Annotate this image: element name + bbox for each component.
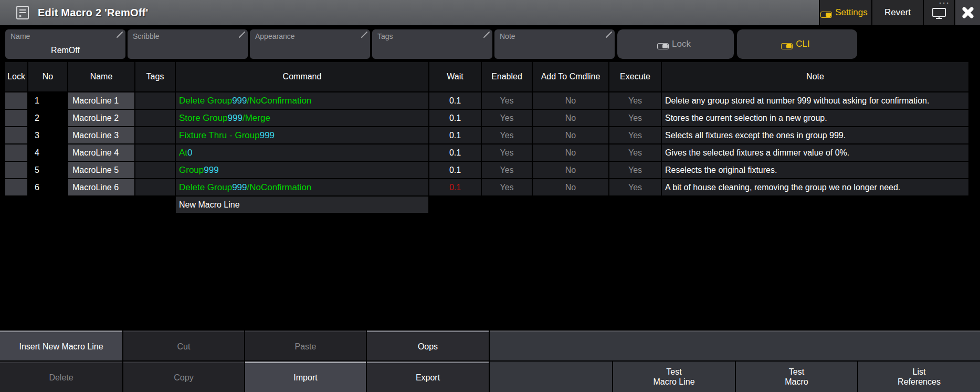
cell-note[interactable]: A bit of house cleaning, removing the gr… bbox=[662, 179, 968, 195]
cell-lock[interactable] bbox=[5, 127, 27, 143]
screen-select-button[interactable]: ··· bbox=[923, 0, 954, 25]
cell-add-to-cmdline[interactable]: No bbox=[533, 110, 608, 126]
edit-pencil-icon bbox=[483, 32, 490, 38]
cell-name[interactable]: MacroLine 2 bbox=[68, 110, 134, 126]
cell-add-to-cmdline[interactable]: No bbox=[533, 162, 608, 178]
cell-enabled[interactable]: Yes bbox=[482, 92, 532, 109]
cell-note[interactable]: Delete any group stored at number 999 wi… bbox=[662, 92, 968, 109]
cell-no[interactable]: 2 bbox=[28, 110, 67, 126]
delete-button[interactable]: Delete bbox=[0, 362, 122, 392]
test-macro-line-button[interactable]: TestMacro Line bbox=[613, 362, 735, 392]
edit-pencil-icon bbox=[238, 32, 245, 38]
cell-name[interactable]: MacroLine 5 bbox=[68, 162, 134, 178]
cell-wait[interactable]: 0.1 bbox=[429, 162, 481, 178]
cell-command[interactable]: Store Group 999 /Merge bbox=[176, 110, 428, 126]
cell-note[interactable]: Stores the current selection in a new gr… bbox=[662, 110, 968, 126]
cell-note[interactable]: Reselects the original fixtures. bbox=[662, 162, 968, 178]
copy-button[interactable]: Copy bbox=[123, 362, 244, 392]
field-label: Name bbox=[10, 32, 30, 40]
cell-command[interactable]: Group 999 bbox=[176, 162, 428, 178]
field-note[interactable]: Note bbox=[494, 29, 615, 59]
macro-line-table: LockNoNameTagsCommandWaitEnabledAdd To C… bbox=[5, 62, 959, 214]
column-header-no[interactable]: No bbox=[28, 62, 67, 91]
column-header-name[interactable]: Name bbox=[68, 62, 134, 91]
cell-tags[interactable] bbox=[135, 127, 175, 143]
cell-command[interactable]: At 0 bbox=[176, 145, 428, 161]
cell-add-to-cmdline[interactable]: No bbox=[533, 127, 608, 143]
cell-no[interactable]: 3 bbox=[28, 127, 67, 143]
cell-wait[interactable]: 0.1 bbox=[429, 145, 481, 161]
paste-button[interactable]: Paste bbox=[245, 331, 366, 360]
cell-name[interactable]: MacroLine 1 bbox=[68, 92, 134, 109]
cell-note[interactable]: Gives the selected fixtures a dimmer val… bbox=[662, 145, 968, 161]
cell-execute[interactable]: Yes bbox=[609, 110, 661, 126]
insert-new-macro-line-button[interactable]: Insert New Macro Line bbox=[0, 331, 122, 360]
cell-wait[interactable]: 0.1 bbox=[429, 92, 481, 109]
test-macro-button[interactable]: TestMacro bbox=[736, 362, 857, 392]
column-header-command[interactable]: Command bbox=[176, 62, 428, 91]
cell-add-to-cmdline[interactable]: No bbox=[533, 179, 608, 195]
cell-command[interactable]: Fixture Thru - Group 999 bbox=[176, 127, 428, 143]
lock-toggle-button[interactable]: Lock bbox=[617, 29, 734, 59]
cell-wait[interactable]: 0.1 bbox=[429, 110, 481, 126]
cell-command[interactable]: Delete Group 999 /NoConfirmation bbox=[176, 92, 428, 109]
column-header-add-to-cmdline[interactable]: Add To Cmdline bbox=[533, 62, 608, 91]
titlebar-buttons: Settings Revert ··· bbox=[819, 0, 980, 25]
new-macro-line-cell[interactable]: New Macro Line bbox=[176, 197, 428, 213]
cell-enabled[interactable]: Yes bbox=[482, 179, 532, 195]
cell-wait[interactable]: 0.1 bbox=[429, 127, 481, 143]
cell-execute[interactable]: Yes bbox=[609, 145, 661, 161]
cell-enabled[interactable]: Yes bbox=[482, 162, 532, 178]
cell-execute[interactable]: Yes bbox=[609, 127, 661, 143]
cell-enabled[interactable]: Yes bbox=[482, 110, 532, 126]
cell-lock[interactable] bbox=[5, 162, 27, 178]
oops-button[interactable]: Oops bbox=[367, 331, 489, 360]
column-header-note[interactable]: Note bbox=[662, 62, 968, 91]
cell-note[interactable]: Selects all fixtures except the ones in … bbox=[662, 127, 968, 143]
cell-no[interactable]: 6 bbox=[28, 179, 67, 195]
cell-tags[interactable] bbox=[135, 145, 175, 161]
table-row: 1MacroLine 1Delete Group 999 /NoConfirma… bbox=[5, 92, 959, 109]
cell-add-to-cmdline[interactable]: No bbox=[533, 92, 608, 109]
cell-lock[interactable] bbox=[5, 110, 27, 126]
list-references-button[interactable]: ListReferences bbox=[858, 362, 980, 392]
cell-execute[interactable]: Yes bbox=[609, 179, 661, 195]
cell-no[interactable]: 4 bbox=[28, 145, 67, 161]
import-button[interactable]: Import bbox=[245, 362, 366, 392]
cell-wait[interactable]: 0.1 bbox=[429, 179, 481, 195]
cell-tags[interactable] bbox=[135, 110, 175, 126]
cell-tags[interactable] bbox=[135, 179, 175, 195]
revert-button[interactable]: Revert bbox=[871, 0, 923, 25]
cell-lock[interactable] bbox=[5, 145, 27, 161]
cell-add-to-cmdline[interactable]: No bbox=[533, 145, 608, 161]
cell-enabled[interactable]: Yes bbox=[482, 145, 532, 161]
cell-name[interactable]: MacroLine 3 bbox=[68, 127, 134, 143]
cut-button[interactable]: Cut bbox=[123, 331, 244, 360]
cell-enabled[interactable]: Yes bbox=[482, 127, 532, 143]
cell-tags[interactable] bbox=[135, 162, 175, 178]
field-appearance[interactable]: Appearance bbox=[250, 29, 370, 59]
cell-tags[interactable] bbox=[135, 92, 175, 109]
cell-name[interactable]: MacroLine 4 bbox=[68, 145, 134, 161]
cell-command[interactable]: Delete Group 999 /NoConfirmation bbox=[176, 179, 428, 195]
column-header-execute[interactable]: Execute bbox=[609, 62, 661, 91]
column-header-wait[interactable]: Wait bbox=[429, 62, 481, 91]
column-header-lock[interactable]: Lock bbox=[5, 62, 27, 91]
cell-no[interactable]: 1 bbox=[28, 92, 67, 109]
settings-button[interactable]: Settings bbox=[819, 0, 871, 25]
cell-lock[interactable] bbox=[5, 92, 27, 109]
cell-execute[interactable]: Yes bbox=[609, 162, 661, 178]
column-header-tags[interactable]: Tags bbox=[135, 62, 175, 91]
field-tags[interactable]: Tags bbox=[372, 29, 492, 59]
cell-execute[interactable]: Yes bbox=[609, 92, 661, 109]
cli-toggle-button[interactable]: CLI bbox=[737, 29, 857, 59]
export-button[interactable]: Export bbox=[367, 362, 489, 392]
close-button[interactable] bbox=[954, 0, 980, 25]
field-label: Scribble bbox=[133, 32, 160, 40]
cell-name[interactable]: MacroLine 6 bbox=[68, 179, 134, 195]
cell-no[interactable]: 5 bbox=[28, 162, 67, 178]
field-name[interactable]: NameRemOff bbox=[5, 29, 125, 59]
field-scribble[interactable]: Scribble bbox=[128, 29, 248, 59]
cell-lock[interactable] bbox=[5, 179, 27, 195]
column-header-enabled[interactable]: Enabled bbox=[482, 62, 532, 91]
